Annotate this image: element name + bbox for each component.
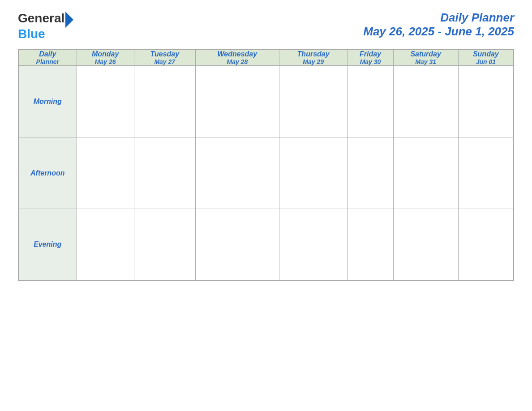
afternoon-saturday[interactable] bbox=[393, 137, 458, 209]
afternoon-friday[interactable] bbox=[348, 137, 393, 209]
evening-monday[interactable] bbox=[77, 209, 134, 281]
evening-sunday[interactable] bbox=[458, 209, 514, 281]
daily-planner-label-line1: Daily bbox=[19, 50, 77, 58]
page-title: Daily Planner bbox=[363, 11, 514, 25]
logo-blue: Blue bbox=[18, 28, 73, 40]
header-saturday: Saturday May 31 bbox=[393, 50, 458, 66]
evening-label: Evening bbox=[18, 209, 77, 281]
morning-wednesday[interactable] bbox=[195, 66, 279, 137]
evening-saturday[interactable] bbox=[393, 209, 458, 281]
evening-tuesday[interactable] bbox=[134, 209, 195, 281]
morning-tuesday[interactable] bbox=[134, 66, 195, 137]
date-range: May 26, 2025 - June 1, 2025 bbox=[363, 25, 514, 39]
morning-saturday[interactable] bbox=[393, 66, 458, 137]
header-monday: Monday May 26 bbox=[77, 50, 134, 66]
header-thursday: Thursday May 29 bbox=[279, 50, 347, 66]
logo-text: General Blue bbox=[18, 9, 73, 40]
logo: General Blue bbox=[18, 9, 73, 40]
header-friday: Friday May 30 bbox=[348, 50, 393, 66]
morning-monday[interactable] bbox=[77, 66, 134, 137]
afternoon-wednesday[interactable] bbox=[195, 137, 279, 209]
evening-row: Evening bbox=[18, 209, 514, 281]
evening-friday[interactable] bbox=[348, 209, 393, 281]
afternoon-monday[interactable] bbox=[77, 137, 134, 209]
header-tuesday: Tuesday May 27 bbox=[134, 50, 195, 66]
label-column-header: Daily Planner bbox=[18, 50, 77, 66]
morning-sunday[interactable] bbox=[458, 66, 514, 137]
header-sunday: Sunday Jun 01 bbox=[458, 50, 514, 66]
afternoon-sunday[interactable] bbox=[458, 137, 514, 209]
planner-table: Daily Planner Monday May 26 Tuesday May … bbox=[18, 49, 514, 281]
header-wednesday: Wednesday May 28 bbox=[195, 50, 279, 66]
title-block: Daily Planner May 26, 2025 - June 1, 202… bbox=[363, 11, 514, 39]
evening-wednesday[interactable] bbox=[195, 209, 279, 281]
page-header: General Blue Daily Planner May 26, 2025 … bbox=[18, 9, 514, 40]
morning-friday[interactable] bbox=[348, 66, 393, 137]
morning-row: Morning bbox=[18, 66, 514, 137]
morning-thursday[interactable] bbox=[279, 66, 347, 137]
morning-label: Morning bbox=[18, 66, 77, 137]
afternoon-row: Afternoon bbox=[18, 137, 514, 209]
afternoon-label: Afternoon bbox=[18, 137, 77, 209]
logo-triangle-icon bbox=[65, 12, 73, 28]
logo-general: General bbox=[18, 12, 64, 25]
evening-thursday[interactable] bbox=[279, 209, 347, 281]
header-row: Daily Planner Monday May 26 Tuesday May … bbox=[18, 50, 514, 66]
afternoon-thursday[interactable] bbox=[279, 137, 347, 209]
daily-planner-label-line2: Planner bbox=[19, 58, 77, 65]
afternoon-tuesday[interactable] bbox=[134, 137, 195, 209]
